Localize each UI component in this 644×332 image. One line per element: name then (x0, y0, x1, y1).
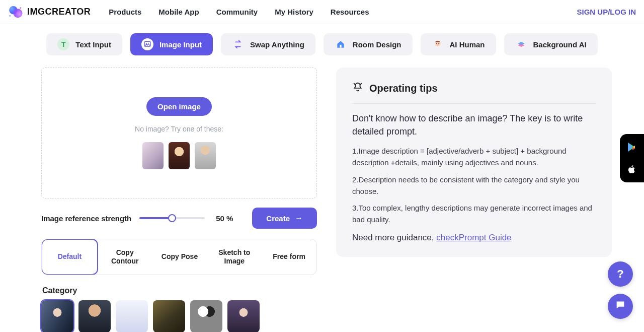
store-badges (620, 134, 644, 182)
svg-point-1 (14, 9, 23, 18)
tips-lead: Don't know how to describe an image? The… (352, 112, 596, 138)
sample-image-2[interactable] (169, 142, 190, 169)
svg-point-9 (438, 43, 439, 44)
mode-tab-background-ai[interactable]: Background AI (504, 33, 598, 55)
house-icon (335, 38, 347, 50)
tips-item-1: 1.Image description = [adjective/adverb … (352, 145, 596, 169)
category-emoji[interactable]: Emoji (227, 300, 261, 332)
no-image-hint: No image? Try one of these: (135, 125, 223, 133)
sample-images (142, 142, 216, 169)
operating-tips-panel: Operating tips Don't know how to describ… (336, 68, 612, 257)
mode-tab-room-design[interactable]: Room Design (324, 33, 413, 55)
svg-point-2 (20, 7, 21, 9)
mode-tab-image-input[interactable]: Image Input (130, 33, 213, 55)
nav-resources[interactable]: Resources (331, 8, 369, 16)
slider-thumb[interactable] (168, 214, 176, 222)
apple-icon[interactable] (626, 163, 638, 175)
image-icon (141, 38, 153, 50)
category-anime[interactable]: Anime (41, 300, 74, 332)
tips-heading: Operating tips (369, 83, 438, 94)
sample-image-1[interactable] (142, 142, 164, 169)
strength-label: Image reference strength (41, 214, 131, 223)
svg-rect-6 (340, 45, 341, 48)
mode-label: Text Input (75, 40, 111, 49)
svg-point-3 (9, 15, 11, 17)
main-nav: Products Mobile App Community My History… (109, 8, 369, 16)
category-thumb (153, 300, 185, 332)
svg-point-8 (436, 43, 437, 44)
style-tab-copy-contour[interactable]: Copy Contour (98, 239, 152, 275)
category-kawaii-pet[interactable]: Kawaii pet transform (190, 300, 223, 332)
tips-item-2: 2.Description needs to be consistent wit… (352, 174, 596, 197)
mode-label: Room Design (353, 40, 401, 49)
tips-more-prefix: Need more guidance, (352, 233, 436, 242)
mode-tab-ai-human[interactable]: AI Human (421, 33, 496, 55)
nav-community[interactable]: Community (216, 8, 258, 16)
tips-item-3: 3.Too complex, lengthy descriptions may … (352, 202, 596, 226)
category-photo[interactable]: Photo (78, 300, 112, 332)
category-illustration-logo[interactable]: Illustration & logo (116, 300, 149, 332)
create-label: Create (266, 214, 290, 223)
chat-fab[interactable] (608, 294, 633, 319)
google-play-icon[interactable] (626, 141, 638, 153)
strength-slider[interactable] (139, 214, 205, 223)
nav-products[interactable]: Products (109, 8, 141, 16)
mode-label: AI Human (450, 40, 485, 49)
mode-tab-text-input[interactable]: T Text Input (46, 33, 122, 55)
sample-image-3[interactable] (195, 142, 216, 169)
brand-mark-icon (8, 6, 23, 19)
open-image-button[interactable]: Open image (146, 97, 212, 116)
face-icon (432, 38, 444, 50)
category-thumb (78, 300, 111, 332)
text-icon: T (57, 38, 69, 50)
swap-icon (232, 38, 244, 50)
style-tab-bar: Default Copy Contour Copy Pose Sketch to… (41, 239, 317, 275)
mode-label: Image Input (159, 40, 202, 49)
bell-icon (352, 82, 363, 95)
mode-label: Background AI (533, 40, 587, 49)
mode-label: Swap Anything (250, 40, 304, 49)
brand-text: IMGCREATOR (27, 7, 91, 17)
auth-link[interactable]: SIGN UP/LOG IN (577, 8, 636, 16)
category-thumb (41, 300, 73, 332)
category-thumb (227, 300, 260, 332)
layers-icon (515, 38, 527, 50)
nav-my-history[interactable]: My History (275, 8, 313, 16)
style-tab-free-form[interactable]: Free form (262, 239, 316, 275)
image-upload-dropzone[interactable]: Open image No image? Try one of these: (41, 68, 317, 198)
help-fab[interactable]: ? (608, 261, 633, 287)
style-tab-copy-pose[interactable]: Copy Pose (152, 239, 207, 275)
category-thumb (116, 300, 148, 332)
arrow-right-icon: → (295, 214, 303, 223)
category-list: Anime Photo Illustration & logo Art Kawa… (41, 300, 317, 332)
question-icon: ? (617, 268, 623, 281)
chat-icon (615, 299, 626, 313)
style-tab-sketch-to-image[interactable]: Sketch to Image (207, 239, 262, 275)
mode-tab-bar: T Text Input Image Input Swap Anything R… (0, 24, 644, 58)
category-title: Category (42, 286, 317, 295)
nav-mobile-app[interactable]: Mobile App (158, 8, 199, 16)
strength-value: 50 % (216, 214, 233, 223)
category-art[interactable]: Art (153, 300, 186, 332)
create-button[interactable]: Create → (252, 208, 317, 229)
category-thumb (190, 300, 222, 332)
prompt-guide-link[interactable]: checkPrompt Guide (436, 233, 511, 242)
style-tab-default[interactable]: Default (41, 239, 98, 275)
mode-tab-swap-anything[interactable]: Swap Anything (221, 33, 315, 55)
brand-logo[interactable]: IMGCREATOR (8, 6, 91, 19)
